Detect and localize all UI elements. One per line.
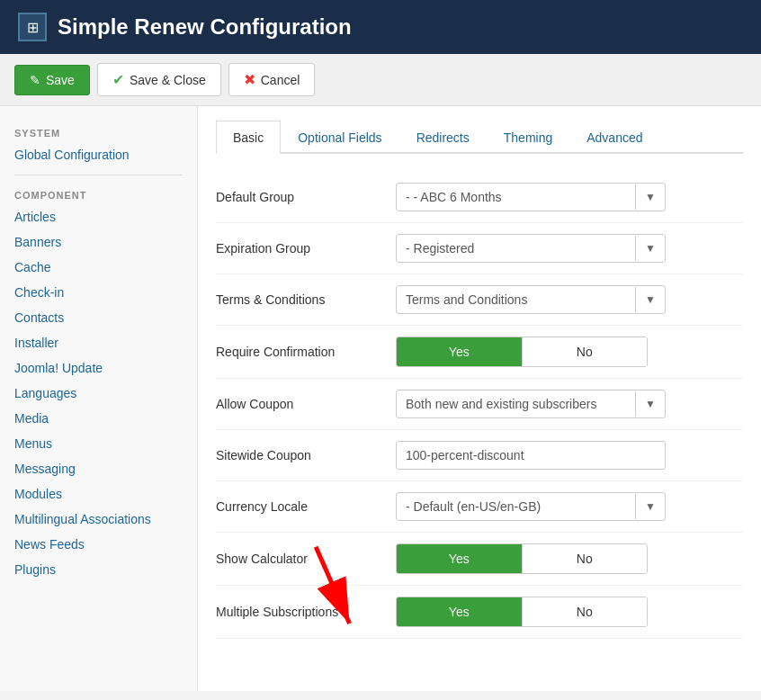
save-close-button[interactable]: ✔ Save & Close [97, 63, 221, 96]
sidebar-item-modules[interactable]: Modules [0, 481, 197, 507]
sidebar-item-media[interactable]: Media [0, 406, 197, 431]
form: Default Group - - ABC 6 Months ▼ Expirat… [216, 172, 743, 639]
label-terms: Terms & Conditions [216, 292, 396, 307]
select-allow-coupon[interactable]: Both new and existing subscribers ▼ [396, 390, 666, 418]
form-row-require-confirmation: Require Confirmation Yes No [216, 326, 743, 379]
label-currency-locale: Currency Locale [216, 499, 396, 514]
main-layout: SYSTEM Global Configuration COMPONENT Ar… [0, 106, 761, 691]
toggle-yes-multiple-subscriptions[interactable]: Yes [397, 597, 523, 626]
toggle-no-require-confirmation[interactable]: No [523, 337, 648, 366]
form-row-currency-locale: Currency Locale - Default (en-US/en-GB) … [216, 481, 743, 533]
sidebar-item-messaging[interactable]: Messaging [0, 456, 197, 481]
sidebar-system-label: SYSTEM [0, 121, 197, 142]
control-terms: Terms and Conditions ▼ [396, 285, 743, 314]
toggle-no-show-calculator[interactable]: No [523, 544, 648, 573]
label-show-calculator: Show Calculator [216, 552, 396, 566]
control-sitewide-coupon [396, 441, 743, 470]
form-row-multiple-subscriptions: Multiple Subscriptions Yes No [216, 586, 743, 639]
control-allow-coupon: Both new and existing subscribers ▼ [396, 390, 743, 418]
input-sitewide-coupon[interactable] [396, 441, 666, 470]
sidebar: SYSTEM Global Configuration COMPONENT Ar… [0, 106, 198, 691]
select-allow-coupon-value: Both new and existing subscribers [397, 390, 635, 417]
form-row-terms: Terms & Conditions Terms and Conditions … [216, 274, 743, 326]
form-row-allow-coupon: Allow Coupon Both new and existing subsc… [216, 379, 743, 430]
control-currency-locale: - Default (en-US/en-GB) ▼ [396, 492, 743, 521]
control-multiple-subscriptions: Yes No [396, 597, 743, 627]
sidebar-item-newsfeeds[interactable]: News Feeds [0, 532, 197, 557]
sidebar-item-joomla-update[interactable]: Joomla! Update [0, 355, 197, 381]
checkmark-icon: ✔ [112, 71, 124, 88]
toggle-require-confirmation: Yes No [396, 337, 648, 367]
label-allow-coupon: Allow Coupon [216, 397, 396, 411]
select-currency-locale-value: - Default (en-US/en-GB) [397, 493, 635, 520]
label-sitewide-coupon: Sitewide Coupon [216, 448, 396, 462]
label-default-group: Default Group [216, 190, 396, 204]
x-icon: ✖ [244, 71, 255, 88]
form-row-expiration-group: Expiration Group - Registered ▼ [216, 223, 743, 274]
sidebar-divider [14, 175, 183, 175]
select-currency-locale[interactable]: - Default (en-US/en-GB) ▼ [396, 492, 666, 521]
tab-basic[interactable]: Basic [216, 121, 281, 154]
chevron-down-icon: ▼ [635, 287, 665, 312]
select-expiration-group-value: - Registered [397, 235, 635, 262]
sidebar-item-languages[interactable]: Languages [0, 381, 197, 406]
control-require-confirmation: Yes No [396, 337, 743, 367]
sidebar-item-banners[interactable]: Banners [0, 229, 197, 255]
toggle-show-calculator: Yes No [396, 543, 648, 574]
select-terms[interactable]: Terms and Conditions ▼ [396, 285, 666, 314]
label-require-confirmation: Require Confirmation [216, 345, 396, 359]
sidebar-item-articles[interactable]: Articles [0, 204, 197, 229]
sidebar-item-menus[interactable]: Menus [0, 431, 197, 456]
sidebar-item-installer[interactable]: Installer [0, 330, 197, 355]
control-expiration-group: - Registered ▼ [396, 234, 743, 263]
chevron-down-icon: ▼ [635, 391, 665, 417]
save-icon: ✎ [30, 73, 40, 87]
save-button[interactable]: ✎ Save [14, 65, 90, 95]
select-expiration-group[interactable]: - Registered ▼ [396, 234, 666, 263]
select-default-group[interactable]: - - ABC 6 Months ▼ [396, 183, 666, 211]
tab-optional-fields[interactable]: Optional Fields [281, 121, 398, 154]
sidebar-component-label: COMPONENT [0, 183, 197, 204]
sidebar-item-cache[interactable]: Cache [0, 255, 197, 280]
select-default-group-value: - - ABC 6 Months [397, 184, 635, 211]
page-header: ⊞ Simple Renew Configuration [0, 0, 761, 54]
page-title: Simple Renew Configuration [58, 14, 352, 40]
toggle-no-multiple-subscriptions[interactable]: No [523, 597, 648, 626]
tab-advanced[interactable]: Advanced [569, 121, 659, 154]
sidebar-item-checkin[interactable]: Check-in [0, 280, 197, 305]
tabs: Basic Optional Fields Redirects Theming … [216, 121, 743, 154]
label-expiration-group: Expiration Group [216, 241, 396, 256]
select-terms-value: Terms and Conditions [397, 286, 635, 313]
label-multiple-subscriptions: Multiple Subscriptions [216, 605, 396, 619]
form-row-sitewide-coupon: Sitewide Coupon [216, 430, 743, 481]
control-default-group: - - ABC 6 Months ▼ [396, 183, 743, 211]
toggle-yes-require-confirmation[interactable]: Yes [397, 337, 523, 366]
control-show-calculator: Yes No [396, 543, 743, 574]
toggle-multiple-subscriptions: Yes No [396, 597, 648, 627]
toolbar: ✎ Save ✔ Save & Close ✖ Cancel [0, 54, 761, 106]
chevron-down-icon: ▼ [635, 236, 665, 261]
sidebar-item-multilingual[interactable]: Multilingual Associations [0, 507, 197, 532]
chevron-down-icon: ▼ [635, 184, 665, 210]
cancel-button[interactable]: ✖ Cancel [228, 63, 316, 96]
sidebar-item-contacts[interactable]: Contacts [0, 305, 197, 330]
form-row-show-calculator: Show Calculator Yes No [216, 533, 743, 586]
sidebar-item-plugins[interactable]: Plugins [0, 557, 197, 582]
chevron-down-icon: ▼ [635, 494, 665, 519]
form-row-default-group: Default Group - - ABC 6 Months ▼ [216, 172, 743, 223]
app-icon: ⊞ [18, 13, 47, 41]
toggle-yes-show-calculator[interactable]: Yes [397, 544, 523, 573]
tab-redirects[interactable]: Redirects [399, 121, 487, 154]
tab-theming[interactable]: Theming [487, 121, 569, 154]
content-area: Basic Optional Fields Redirects Theming … [198, 106, 761, 691]
sidebar-item-global-config[interactable]: Global Configuration [0, 142, 197, 167]
